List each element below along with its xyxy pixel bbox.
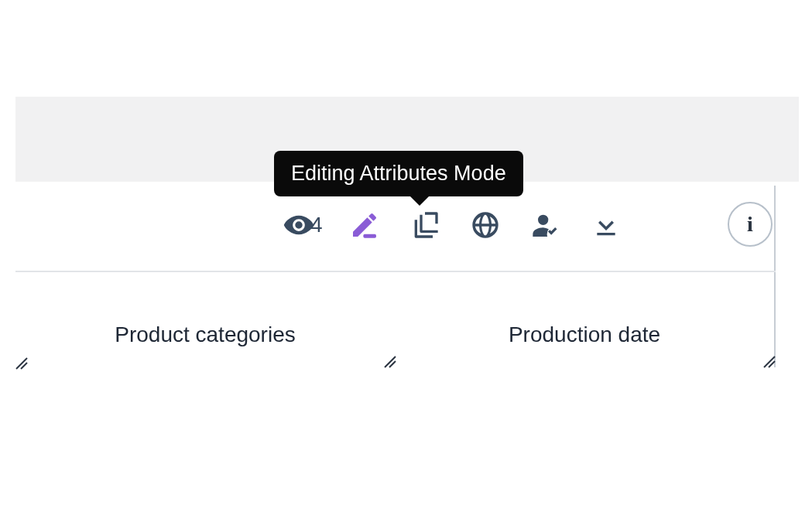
- svg-rect-0: [363, 234, 376, 238]
- panel-divider-horizontal: [15, 271, 776, 272]
- globe-button[interactable]: [467, 206, 504, 244]
- edit-attributes-button[interactable]: [346, 206, 383, 244]
- tooltip-editing-attributes: Editing Attributes Mode: [274, 151, 523, 196]
- column-header-label: Production date: [509, 322, 660, 347]
- panel-divider-vertical: [774, 186, 776, 367]
- column-resize-handle[interactable]: [760, 353, 776, 368]
- user-check-icon: [530, 210, 561, 241]
- pencil-icon: [349, 210, 380, 241]
- globe-icon: [470, 210, 501, 241]
- column-header-product-categories[interactable]: Product categories: [15, 303, 395, 367]
- column-header-label: Product categories: [115, 322, 295, 347]
- approve-user-button[interactable]: [527, 206, 564, 244]
- view-count-value: 4: [310, 213, 323, 237]
- copy-stack-icon: [409, 210, 440, 241]
- tooltip-text: Editing Attributes Mode: [291, 162, 506, 185]
- column-header-production-date[interactable]: Production date: [395, 303, 774, 367]
- info-icon: i: [747, 212, 753, 237]
- download-icon: [591, 210, 622, 241]
- column-resize-handle[interactable]: [381, 353, 396, 368]
- copy-layers-button[interactable]: [406, 206, 444, 244]
- view-count-button[interactable]: 4: [283, 206, 323, 244]
- download-button[interactable]: [588, 206, 625, 244]
- toolbar: 4: [283, 202, 625, 248]
- info-button[interactable]: i: [728, 202, 773, 247]
- column-headers-row: Product categories Production date: [15, 303, 774, 367]
